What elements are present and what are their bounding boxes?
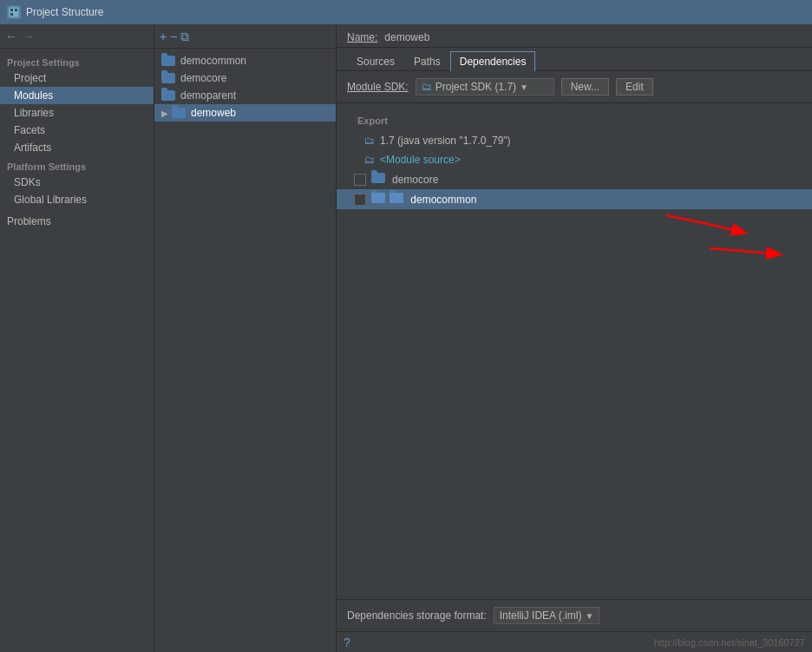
sidebar-item-project[interactable]: Project: [0, 69, 154, 87]
module-label: democore: [180, 72, 226, 84]
format-dropdown-arrow: ▼: [585, 611, 593, 621]
dep-item-democommon[interactable]: democommon: [337, 189, 812, 209]
remove-module-button[interactable]: −: [170, 30, 177, 43]
sidebar: ← → Project Settings Project Modules Lib…: [0, 24, 154, 652]
sdk-row: Module SDK: 🗂 Project SDK (1.7) ▼ New...…: [337, 71, 812, 103]
expand-arrow-icon: ▶: [161, 109, 168, 118]
module-label: demoweb: [191, 107, 236, 119]
module-item-democommon[interactable]: democommon: [154, 52, 336, 69]
sdk-folder-icon: 🗂: [422, 81, 432, 93]
tab-paths[interactable]: Paths: [404, 51, 450, 71]
sdk-dropdown-arrow: ▼: [520, 82, 528, 92]
tab-dependencies[interactable]: Dependencies: [450, 51, 536, 71]
dep-module-icon: [371, 193, 405, 206]
project-settings-label: Project Settings: [0, 52, 154, 69]
name-row: Name: demoweb: [337, 24, 812, 48]
folder-icon: [161, 56, 175, 66]
dep-item-jdk[interactable]: 🗂 1.7 (java version "1.7.0_79"): [337, 131, 812, 150]
sidebar-item-facets[interactable]: Facets: [0, 122, 154, 139]
folder-icon: [161, 90, 175, 101]
help-button[interactable]: ?: [344, 636, 350, 649]
folder-icon: [172, 108, 186, 118]
format-label: Dependencies storage format:: [347, 609, 487, 622]
sdk-edit-button[interactable]: Edit: [616, 78, 653, 95]
copy-module-button[interactable]: ⧉: [180, 30, 189, 43]
window-icon: [7, 5, 21, 19]
source-icon: 🗂: [364, 154, 375, 166]
content-wrapper: Name: demoweb Sources Paths Dependencies…: [337, 24, 812, 652]
tabs-row: Sources Paths Dependencies: [337, 48, 812, 71]
dep-item-module-source[interactable]: 🗂 <Module source>: [337, 150, 812, 169]
sidebar-item-artifacts[interactable]: Artifacts: [0, 139, 154, 156]
title-bar: Project Structure: [0, 0, 812, 24]
svg-rect-2: [15, 9, 17, 11]
sidebar-item-problems[interactable]: Problems: [0, 208, 154, 234]
dep-label: 1.7 (java version "1.7.0_79"): [380, 135, 511, 147]
format-value: IntelliJ IDEA (.iml): [500, 609, 582, 622]
url-text: http://blog.csdn.net/sinat_30160727: [654, 637, 805, 648]
export-header: Export: [347, 112, 398, 129]
dep-label: democommon: [410, 194, 476, 206]
module-tree: + − ⧉ democommon democore demoparent ▶ d…: [154, 24, 337, 652]
sidebar-item-global-libraries[interactable]: Global Libraries: [0, 191, 154, 208]
name-label: Name:: [347, 31, 377, 43]
sdk-dropdown[interactable]: 🗂 Project SDK (1.7) ▼: [416, 78, 554, 95]
dep-item-democore[interactable]: democore: [337, 169, 812, 189]
svg-rect-0: [9, 7, 19, 17]
dep-checkbox-democommon[interactable]: [354, 194, 366, 206]
jdk-icon: 🗂: [364, 135, 375, 147]
content-panel: Name: demoweb Sources Paths Dependencies…: [337, 24, 812, 631]
platform-settings-label: Platform Settings: [0, 156, 154, 174]
sidebar-item-sdks[interactable]: SDKs: [0, 174, 154, 191]
module-label: democommon: [180, 55, 246, 67]
dep-module-icon: [371, 173, 387, 186]
format-dropdown[interactable]: IntelliJ IDEA (.iml) ▼: [494, 607, 600, 624]
module-item-democore[interactable]: democore: [154, 69, 336, 87]
tab-sources[interactable]: Sources: [347, 51, 404, 71]
back-button[interactable]: ←: [5, 30, 17, 43]
sidebar-item-modules[interactable]: Modules: [0, 87, 154, 104]
module-list: democommon democore demoparent ▶ demoweb: [154, 49, 336, 652]
dep-label: <Module source>: [380, 154, 461, 166]
status-bar: ? http://blog.csdn.net/sinat_30160727: [337, 631, 812, 652]
name-value: demoweb: [384, 31, 429, 43]
folder-icon: [161, 73, 175, 83]
dep-checkbox-democore[interactable]: [354, 174, 366, 186]
sidebar-toolbar: ← →: [0, 24, 154, 49]
sdk-value: Project SDK (1.7): [435, 81, 516, 93]
sidebar-item-libraries[interactable]: Libraries: [0, 104, 154, 122]
dep-label: democore: [392, 174, 438, 186]
window-title: Project Structure: [26, 6, 103, 18]
module-toolbar: + − ⧉: [154, 24, 336, 49]
module-label: demoparent: [180, 89, 236, 102]
sdk-label: Module SDK:: [347, 81, 409, 93]
module-item-demoweb[interactable]: ▶ demoweb: [154, 104, 336, 122]
add-module-button[interactable]: +: [160, 30, 167, 43]
sidebar-nav: Project Settings Project Modules Librari…: [0, 49, 154, 652]
svg-rect-1: [10, 9, 13, 11]
sdk-new-button[interactable]: New...: [561, 78, 609, 95]
dependencies-section: Export 🗂 1.7 (java version "1.7.0_79") 🗂…: [337, 103, 812, 599]
svg-rect-3: [10, 13, 13, 16]
forward-button[interactable]: →: [23, 30, 35, 43]
bottom-bar: Dependencies storage format: IntelliJ ID…: [337, 599, 812, 631]
module-item-demoparent[interactable]: demoparent: [154, 87, 336, 104]
